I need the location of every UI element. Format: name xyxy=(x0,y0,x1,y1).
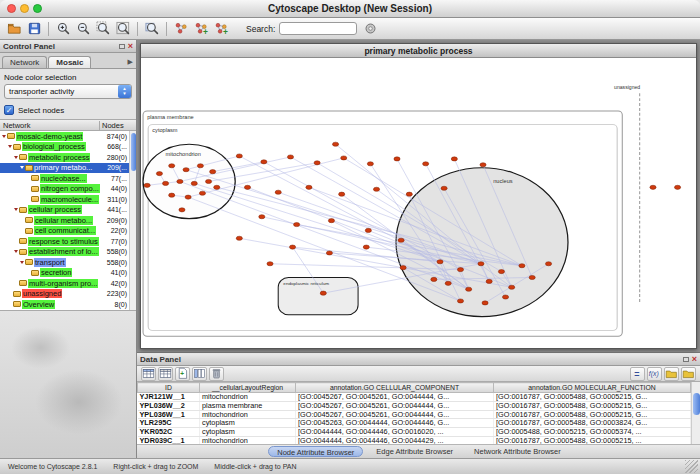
tree-row-16[interactable]: Overview8(0) xyxy=(0,299,136,310)
network-node[interactable] xyxy=(486,279,492,283)
network-node[interactable] xyxy=(365,228,371,232)
tree-row-15[interactable]: unassigned223(0) xyxy=(0,289,136,300)
zoom-area-icon[interactable] xyxy=(143,20,161,37)
network-graph[interactable]: plasma membranecytoplasmmitochondrionnuc… xyxy=(141,58,696,348)
network-node[interactable] xyxy=(441,186,447,190)
tab-network-attribute-browser[interactable]: Network Attribute Browser xyxy=(466,446,569,457)
tree-row-14[interactable]: multi-organism pro...42(0) xyxy=(0,278,136,289)
delete-attribute-icon[interactable] xyxy=(209,367,224,381)
open-session-icon[interactable] xyxy=(5,20,23,37)
tab-mosaic[interactable]: Mosaic xyxy=(48,56,91,68)
network-node[interactable] xyxy=(199,191,205,195)
table-cell[interactable]: YPL036W__2 xyxy=(138,401,200,410)
network-node[interactable] xyxy=(650,185,656,189)
tab-network[interactable]: Network xyxy=(2,56,47,68)
column-header-3[interactable]: annotation.GO MOLECULAR_FUNCTION xyxy=(494,383,691,393)
network-node[interactable] xyxy=(332,142,338,146)
tree-row-13[interactable]: secretion41(0) xyxy=(0,268,136,279)
tree-column-network[interactable]: Network xyxy=(0,121,100,130)
table-cell[interactable]: [GO:0044444, GO:0044446, GO:0044429, ... xyxy=(296,436,494,444)
table-row-5[interactable]: YDR039C__1mitochondrion[GO:0044444, GO:0… xyxy=(138,436,691,444)
new-network-from-selection-icon[interactable]: + xyxy=(192,20,210,37)
table-cell[interactable]: mitochondrion xyxy=(200,436,296,444)
close-panel-icon[interactable]: × xyxy=(128,42,133,51)
table-cell[interactable]: mitochondrion xyxy=(200,393,296,402)
table-scrollbar-thumb[interactable] xyxy=(693,393,700,415)
network-node[interactable] xyxy=(394,157,400,161)
table-cell[interactable]: [GO:0016787, GO:0005488, GO:0005215, G..… xyxy=(494,410,691,419)
network-node[interactable] xyxy=(185,195,191,199)
tab-node-attribute-browser[interactable]: Node Attribute Browser xyxy=(268,446,363,457)
table-cell[interactable]: YDR039C__1 xyxy=(138,436,200,444)
network-window[interactable]: primary metabolic process plasma membran… xyxy=(140,43,697,349)
select-attributes-icon[interactable] xyxy=(141,367,156,381)
table-cell[interactable]: [GO:0045267, GO:0045261, GO:0044444, G..… xyxy=(296,393,494,402)
resize-grip[interactable] xyxy=(685,460,698,473)
tree-row-12[interactable]: transport558(0) xyxy=(0,257,136,268)
create-network-icon[interactable]: + xyxy=(212,20,230,37)
network-node[interactable] xyxy=(339,192,345,196)
network-node[interactable] xyxy=(314,161,320,165)
tree-row-2[interactable]: metabolic process280(0) xyxy=(0,152,136,163)
table-cell[interactable]: YJR121W__1 xyxy=(138,393,200,402)
first-neighbors-icon[interactable] xyxy=(172,20,190,37)
network-node[interactable] xyxy=(197,164,203,168)
select-nodes-checkbox[interactable]: ✓ xyxy=(4,105,14,115)
tree-row-0[interactable]: mosaic-demo-yeast874(0) xyxy=(0,131,136,142)
close-window-icon[interactable] xyxy=(7,4,16,13)
tree-row-8[interactable]: cellular metabo...209(0) xyxy=(0,215,136,226)
network-node[interactable] xyxy=(423,162,429,166)
float-panel-icon[interactable] xyxy=(119,44,125,49)
network-node[interactable] xyxy=(466,287,472,291)
table-cell[interactable]: YLR295C xyxy=(138,419,200,428)
tree-row-11[interactable]: establishment of lo...558(0) xyxy=(0,247,136,258)
tree-scrollbar[interactable] xyxy=(129,131,136,310)
minimize-window-icon[interactable] xyxy=(20,4,29,13)
expand-arrow-icon[interactable] xyxy=(20,261,24,264)
network-node[interactable] xyxy=(328,219,334,223)
network-node[interactable] xyxy=(478,262,484,266)
table-cell[interactable]: [GO:0016787, GO:0005488, GO:0005215, G..… xyxy=(494,401,691,410)
save-session-icon[interactable] xyxy=(25,20,43,37)
network-node[interactable] xyxy=(457,299,463,303)
network-node[interactable] xyxy=(457,268,463,272)
network-node[interactable] xyxy=(482,301,488,305)
network-node[interactable] xyxy=(191,181,197,185)
network-node[interactable] xyxy=(545,262,551,266)
expand-arrow-icon[interactable] xyxy=(14,156,18,159)
table-cell[interactable]: [GO:0045267, GO:0045261, GO:0044444, G..… xyxy=(296,410,494,419)
table-cell[interactable]: [GO:0045267, GO:0045261, GO:0044444, G..… xyxy=(296,401,494,410)
zoom-in-icon[interactable] xyxy=(54,20,72,37)
network-node[interactable] xyxy=(275,190,281,194)
table-row-3[interactable]: YLR295Ccytoplasm[GO:0045263, GO:0044444,… xyxy=(138,419,691,428)
function-builder-icon[interactable]: f(x) xyxy=(647,367,662,381)
network-node[interactable] xyxy=(169,164,175,168)
zoom-fit-icon[interactable] xyxy=(114,20,132,37)
zoom-selected-icon[interactable] xyxy=(94,20,112,37)
network-node[interactable] xyxy=(210,170,216,174)
network-node[interactable] xyxy=(400,266,406,270)
network-node[interactable] xyxy=(163,181,169,185)
network-node[interactable] xyxy=(287,155,293,159)
expand-arrow-icon[interactable] xyxy=(2,135,6,138)
attribute-dropdown[interactable]: transporter activity ▲▼ xyxy=(4,84,132,99)
network-node[interactable] xyxy=(261,160,267,164)
table-cell[interactable]: YKR052C xyxy=(138,428,200,437)
network-window-title[interactable]: primary metabolic process xyxy=(141,44,696,58)
network-node[interactable] xyxy=(214,185,220,189)
table-cell[interactable]: [GO:0044444, GO:0044446, GO:0016020, ... xyxy=(296,428,494,437)
network-node[interactable] xyxy=(519,264,525,268)
table-row-2[interactable]: YPL036W__1mitochondrion[GO:0045267, GO:0… xyxy=(138,410,691,419)
tree-row-6[interactable]: macromolecule...311(0) xyxy=(0,194,136,205)
table-cell[interactable]: [GO:0016787, GO:0005488, GO:0003824, G..… xyxy=(494,419,691,428)
table-cell[interactable]: mitochondrion xyxy=(200,410,296,419)
network-node[interactable] xyxy=(267,262,273,266)
network-node[interactable] xyxy=(259,215,265,219)
expand-arrow-icon[interactable] xyxy=(8,145,12,148)
tab-scroll-right-icon[interactable]: ▶ xyxy=(125,58,136,68)
network-node[interactable] xyxy=(451,157,457,161)
titlebar[interactable]: Cytoscape Desktop (New Session) xyxy=(0,0,700,18)
network-node[interactable] xyxy=(341,156,347,160)
zoom-window-icon[interactable] xyxy=(33,4,42,13)
table-cell[interactable]: [GO:0016787, GO:0005488, GO:0005215, G..… xyxy=(494,393,691,402)
